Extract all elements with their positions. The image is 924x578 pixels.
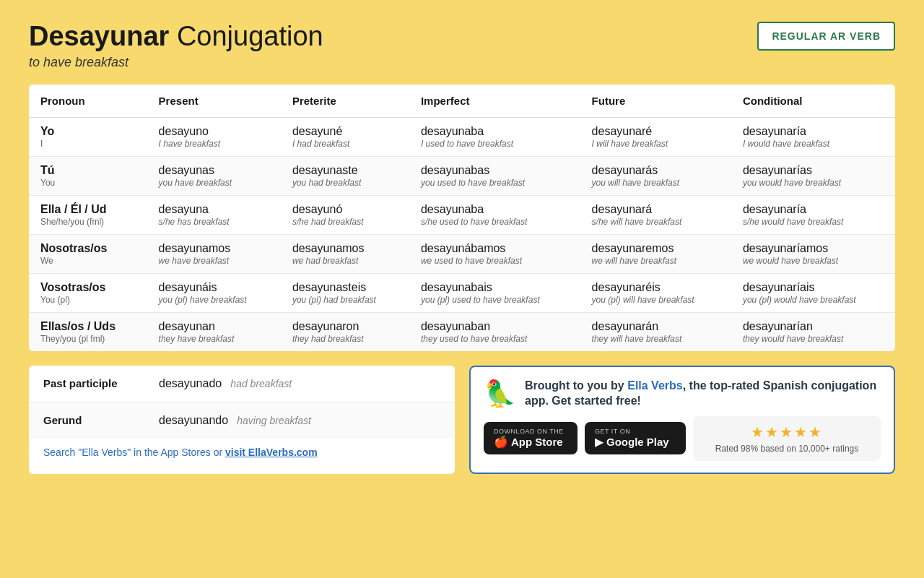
google-play-button[interactable]: GET IT ON ▶ Google Play xyxy=(585,422,686,454)
promo-box: 🦜 Brought to you by Ella Verbs, the top-… xyxy=(469,366,895,474)
cell-preterite: desayunaronthey had breakfast xyxy=(281,312,409,351)
cell-present: desayunas/he has breakfast xyxy=(147,195,281,234)
cell-imperfect: desayunabaisyou (pl) used to have breakf… xyxy=(409,273,580,312)
cell-future: desayunaréI will have breakfast xyxy=(580,117,731,156)
app-store-small-text: Download on the xyxy=(494,428,564,435)
verb-type-badge: REGULAR AR VERB xyxy=(757,22,895,51)
table-row: Nosotras/osWedesayunamoswe have breakfas… xyxy=(29,234,895,273)
cell-conditional: desayunaríamoswe would have breakfast xyxy=(731,234,895,273)
cell-pronoun: Ella / Él / UdShe/he/you (fml) xyxy=(29,195,147,234)
rating-text: Rated 98% based on 10,000+ ratings xyxy=(715,444,858,454)
conjugation-table: Pronoun Present Preterite Imperfect Futu… xyxy=(29,85,895,351)
app-icon: 🦜 xyxy=(484,379,516,409)
cell-future: desayunaréisyou (pl) will have breakfast xyxy=(580,273,731,312)
cell-preterite: desayunéI had breakfast xyxy=(281,117,409,156)
cell-present: desayunasyou have breakfast xyxy=(147,156,281,195)
cell-imperfect: desayunabanthey used to have breakfast xyxy=(409,312,580,351)
gerund-row: Gerund desayunando having breakfast xyxy=(29,402,455,439)
cell-imperfect: desayunabas/he used to have breakfast xyxy=(409,195,580,234)
col-conditional: Conditional xyxy=(731,85,895,118)
table-row: Vosotras/osYou (pl)desayunáisyou (pl) ha… xyxy=(29,273,895,312)
verb-name: Desayunar xyxy=(29,21,169,51)
app-store-button[interactable]: Download on the 🍎 App Store xyxy=(484,422,578,454)
cell-imperfect: desayunábamoswe used to have breakfast xyxy=(409,234,580,273)
col-present: Present xyxy=(147,85,281,118)
promo-header: 🦜 Brought to you by Ella Verbs, the top-… xyxy=(484,379,881,409)
table-row: Ella / Él / UdShe/he/you (fml)desayunas/… xyxy=(29,195,895,234)
past-participle-label: Past participle xyxy=(29,366,144,402)
cell-pronoun: TúYou xyxy=(29,156,147,195)
cell-conditional: desayunaríaisyou (pl) would have breakfa… xyxy=(731,273,895,312)
apple-icon: 🍎 xyxy=(494,435,508,449)
cell-future: desayunaránthey will have breakfast xyxy=(580,312,731,351)
table-row: YoIdesayunoI have breakfastdesayunéI had… xyxy=(29,117,895,156)
page-title: Desayunar Conjugation xyxy=(29,22,323,52)
cell-pronoun: YoI xyxy=(29,117,147,156)
col-preterite: Preterite xyxy=(281,85,409,118)
past-participle-translation: had breakfast xyxy=(230,378,292,389)
participle-table: Past participle desayunado had breakfast… xyxy=(29,366,455,439)
table-row: Ellas/os / UdsThey/you (pl fml)desayunan… xyxy=(29,312,895,351)
col-pronoun: Pronoun xyxy=(29,85,147,118)
table-header-row: Pronoun Present Preterite Imperfect Futu… xyxy=(29,85,895,118)
conjugation-label: Conjugation xyxy=(177,21,323,51)
cell-conditional: desayunaríaI would have breakfast xyxy=(731,117,895,156)
past-participle-row: Past participle desayunado had breakfast xyxy=(29,366,455,402)
conjugation-table-wrapper: Pronoun Present Preterite Imperfect Futu… xyxy=(29,85,895,351)
cell-present: desayunamoswe have breakfast xyxy=(147,234,281,273)
gerund-translation: having breakfast xyxy=(237,415,311,426)
ella-verbs-link[interactable]: visit EllaVerbs.com xyxy=(225,447,318,458)
cell-imperfect: desayunabasyou used to have breakfast xyxy=(409,156,580,195)
cell-future: desayunarásyou will have breakfast xyxy=(580,156,731,195)
title-area: Desayunar Conjugation to have breakfast xyxy=(29,22,323,70)
cell-imperfect: desayunabaI used to have breakfast xyxy=(409,117,580,156)
participle-section: Past participle desayunado had breakfast… xyxy=(29,366,455,474)
star-rating: ★★★★★ xyxy=(751,423,823,441)
google-play-big-text: Google Play xyxy=(606,436,669,448)
gerund-value: desayunando having breakfast xyxy=(144,402,455,439)
ella-verbs-promo-link[interactable]: Ella Verbs xyxy=(627,379,683,392)
cell-pronoun: Vosotras/osYou (pl) xyxy=(29,273,147,312)
app-store-big-text: App Store xyxy=(511,436,563,448)
promo-buttons: Download on the 🍎 App Store GET IT ON ▶ … xyxy=(484,416,881,461)
cell-conditional: desayunaríanthey would have breakfast xyxy=(731,312,895,351)
cell-preterite: desayunós/he had breakfast xyxy=(281,195,409,234)
past-participle-value: desayunado had breakfast xyxy=(144,366,455,402)
google-play-small-text: GET IT ON xyxy=(595,428,630,435)
page-header: Desayunar Conjugation to have breakfast … xyxy=(29,22,895,70)
cell-conditional: desayunaríasyou would have breakfast xyxy=(731,156,895,195)
cell-present: desayunanthey have breakfast xyxy=(147,312,281,351)
cell-pronoun: Ellas/os / UdsThey/you (pl fml) xyxy=(29,312,147,351)
table-row: TúYoudesayunasyou have breakfastdesayuna… xyxy=(29,156,895,195)
cell-pronoun: Nosotras/osWe xyxy=(29,234,147,273)
promo-text: Brought to you by Ella Verbs, the top-ra… xyxy=(525,379,881,409)
footer-search: Search "Ella Verbs" in the App Stores or… xyxy=(29,439,455,469)
cell-present: desayunoI have breakfast xyxy=(147,117,281,156)
gerund-label: Gerund xyxy=(29,402,144,439)
cell-preterite: desayunasteyou had breakfast xyxy=(281,156,409,195)
verb-subtitle: to have breakfast xyxy=(29,55,323,70)
cell-preterite: desayunasteisyou (pl) had breakfast xyxy=(281,273,409,312)
cell-future: desayunarás/he will have breakfast xyxy=(580,195,731,234)
col-imperfect: Imperfect xyxy=(409,85,580,118)
google-play-icon: ▶ xyxy=(595,435,603,449)
rating-box: ★★★★★ Rated 98% based on 10,000+ ratings xyxy=(693,416,881,461)
cell-present: desayunáisyou (pl) have breakfast xyxy=(147,273,281,312)
cell-future: desayunaremoswe will have breakfast xyxy=(580,234,731,273)
cell-conditional: desayunarías/he would have breakfast xyxy=(731,195,895,234)
cell-preterite: desayunamoswe had breakfast xyxy=(281,234,409,273)
col-future: Future xyxy=(580,85,731,118)
bottom-section: Past participle desayunado had breakfast… xyxy=(29,366,895,474)
